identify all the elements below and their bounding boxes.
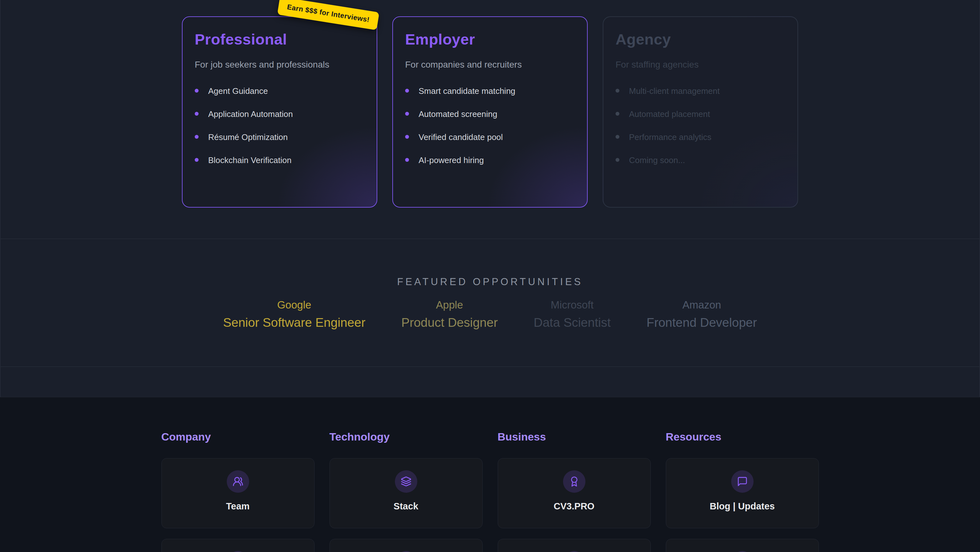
plan-feature: Automated placement xyxy=(616,109,785,119)
plan-feature-label: Coming soon... xyxy=(629,155,685,165)
featured-jobs-row: Google Senior Software Engineer Apple Pr… xyxy=(1,298,979,330)
plan-feature: Blockchain Verification xyxy=(195,155,364,165)
plan-feature-label: Application Automation xyxy=(208,109,293,119)
plan-card-professional[interactable]: Professional For job seekers and profess… xyxy=(182,16,377,207)
footer-card-blog[interactable]: Blog | Updates xyxy=(666,458,819,528)
footer-card-partial[interactable] xyxy=(666,539,819,552)
plan-title: Employer xyxy=(405,30,575,48)
footer-column-business: Business CV3.PRO xyxy=(498,431,651,552)
plan-feature: Résumé Optimization xyxy=(195,132,364,142)
footer-columns: Company Team Technology Stack xyxy=(161,431,819,552)
job-role: Data Scientist xyxy=(533,315,611,330)
plan-feature: Automated screening xyxy=(405,109,575,119)
plan-feature: Smart candidate matching xyxy=(405,86,575,96)
footer-column-company: Company Team xyxy=(161,431,315,552)
bullet-icon xyxy=(405,135,409,139)
footer-card-stack[interactable]: Stack xyxy=(329,458,483,528)
plan-feature-label: Agent Guidance xyxy=(208,86,268,96)
plan-feature: Application Automation xyxy=(195,109,364,119)
footer-heading: Business xyxy=(498,431,651,443)
job-role: Frontend Developer xyxy=(647,315,757,330)
plan-feature: Agent Guidance xyxy=(195,86,364,96)
spacer-strip xyxy=(1,367,979,397)
job-company: Amazon xyxy=(647,298,757,311)
bullet-icon xyxy=(405,158,409,162)
plan-feature-list: Smart candidate matching Automated scree… xyxy=(405,86,575,165)
plan-feature-list: Multi-client management Automated placem… xyxy=(616,86,785,165)
plan-feature-label: Résumé Optimization xyxy=(208,132,288,142)
footer-heading: Resources xyxy=(666,431,819,443)
plan-title: Professional xyxy=(195,30,364,48)
plan-feature-label: Verified candidate pool xyxy=(418,132,503,142)
job-company: Google xyxy=(223,298,365,311)
footer-column-technology: Technology Stack xyxy=(329,431,483,552)
plan-feature-label: Automated screening xyxy=(418,109,497,119)
bullet-icon xyxy=(616,158,619,162)
layers-icon xyxy=(395,470,417,493)
bullet-icon xyxy=(195,135,199,139)
plan-subtitle: For staffing agencies xyxy=(616,60,785,70)
plan-card-agency: Agency For staffing agencies Multi-clien… xyxy=(603,16,798,207)
message-icon xyxy=(731,470,754,493)
footer-card-label: CV3.PRO xyxy=(554,501,594,512)
footer-card-label: Stack xyxy=(394,501,418,512)
plan-feature-label: Multi-client management xyxy=(629,86,720,96)
footer: Company Team Technology Stack xyxy=(0,397,980,552)
footer-heading: Company xyxy=(161,431,315,443)
footer-card-cv3pro[interactable]: CV3.PRO xyxy=(498,458,651,528)
footer-card-partial[interactable] xyxy=(498,539,651,552)
plan-feature: Performance analytics xyxy=(616,132,785,142)
footer-card-label: Blog | Updates xyxy=(710,501,775,512)
footer-card-label: Team xyxy=(226,501,250,512)
plan-feature-label: Automated placement xyxy=(629,109,710,119)
footer-card-team[interactable]: Team xyxy=(161,458,315,528)
job-role: Product Designer xyxy=(401,315,498,330)
job-company: Apple xyxy=(401,298,498,311)
bullet-icon xyxy=(405,89,409,93)
featured-heading: FEATURED OPPORTUNITIES xyxy=(1,276,979,288)
footer-card-partial[interactable] xyxy=(329,539,483,552)
plan-feature-label: Performance analytics xyxy=(629,132,711,142)
plan-feature-list: Agent Guidance Application Automation Ré… xyxy=(195,86,364,165)
bullet-icon xyxy=(616,89,619,93)
bullet-icon xyxy=(405,112,409,116)
footer-card-partial[interactable] xyxy=(161,539,315,552)
plan-feature: Coming soon... xyxy=(616,155,785,165)
bullet-icon xyxy=(195,89,199,93)
plan-subtitle: For companies and recruiters xyxy=(405,60,575,70)
bullet-icon xyxy=(195,158,199,162)
featured-opportunities-section: FEATURED OPPORTUNITIES Google Senior Sof… xyxy=(1,239,979,367)
featured-job-google[interactable]: Google Senior Software Engineer xyxy=(223,298,365,330)
plan-feature: Verified candidate pool xyxy=(405,132,575,142)
featured-job-microsoft[interactable]: Microsoft Data Scientist xyxy=(533,298,611,330)
plan-feature-label: AI-powered hiring xyxy=(418,155,484,165)
bullet-icon xyxy=(195,112,199,116)
users-icon xyxy=(227,470,249,493)
footer-column-resources: Resources Blog | Updates xyxy=(666,431,819,552)
pricing-cards-row: Earn $$$ for Interviews! Professional Fo… xyxy=(182,0,798,207)
award-icon xyxy=(563,470,585,493)
featured-job-amazon[interactable]: Amazon Frontend Developer xyxy=(647,298,757,330)
plan-feature: Multi-client management xyxy=(616,86,785,96)
plan-title: Agency xyxy=(616,30,785,48)
plan-feature: AI-powered hiring xyxy=(405,155,575,165)
pricing-section: Earn $$$ for Interviews! Professional Fo… xyxy=(1,0,979,239)
job-company: Microsoft xyxy=(533,298,611,311)
plan-subtitle: For job seekers and professionals xyxy=(195,60,364,70)
plan-feature-label: Smart candidate matching xyxy=(418,86,515,96)
featured-job-apple[interactable]: Apple Product Designer xyxy=(401,298,498,330)
job-role: Senior Software Engineer xyxy=(223,315,365,330)
plan-card-employer[interactable]: Employer For companies and recruiters Sm… xyxy=(392,16,588,207)
page-upper: Earn $$$ for Interviews! Professional Fo… xyxy=(0,0,980,397)
bullet-icon xyxy=(616,135,619,139)
footer-heading: Technology xyxy=(329,431,483,443)
bullet-icon xyxy=(616,112,619,116)
plan-feature-label: Blockchain Verification xyxy=(208,155,291,165)
